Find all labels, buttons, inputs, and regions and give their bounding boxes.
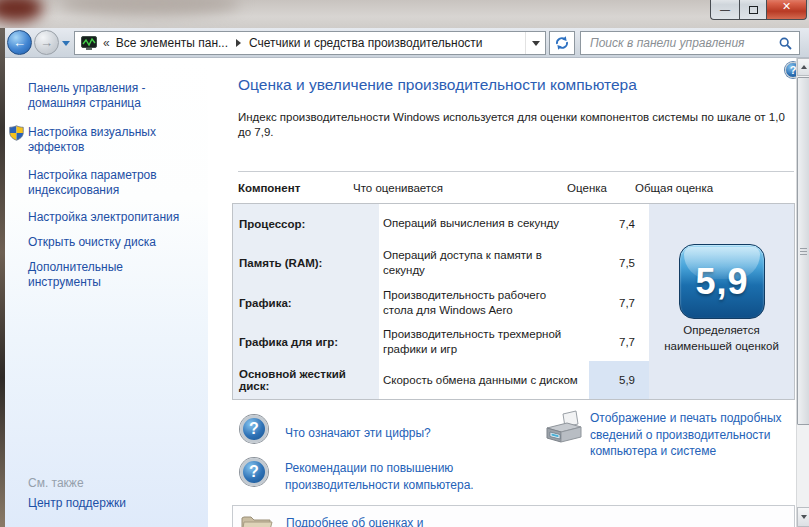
sidebar-item-visual-effects[interactable]: Настройка визуальных эффектов bbox=[28, 125, 196, 155]
search-placeholder: Поиск в панели управления bbox=[590, 36, 745, 50]
sidebar-item-indexing-options[interactable]: Настройка параметров индексирования bbox=[28, 168, 196, 198]
navigation-toolbar: ← → « Все элементы пан... Счетчики и сре… bbox=[0, 28, 809, 58]
intro-text: Индекс производительности Windows исполь… bbox=[238, 110, 788, 140]
row-component: Графика для игр: bbox=[239, 322, 379, 361]
row-component: Графика: bbox=[239, 283, 379, 322]
scrollbar-thumb[interactable] bbox=[797, 77, 809, 425]
sidebar: Панель управления - домашняя страница На… bbox=[5, 58, 208, 527]
address-bar[interactable]: « Все элементы пан... Счетчики и средств… bbox=[74, 31, 546, 55]
maximize-button[interactable] bbox=[739, 0, 767, 20]
main-content: ? Оценка и увеличение производительности… bbox=[208, 58, 796, 527]
minimize-button[interactable]: — bbox=[710, 0, 739, 20]
column-header-overall: Общая оценка bbox=[635, 182, 713, 194]
back-button[interactable]: ← bbox=[7, 30, 32, 55]
row-measured: Скорость обмена данными с диском bbox=[383, 361, 579, 399]
breadcrumb-separator-icon bbox=[236, 39, 241, 47]
thumb-grip-icon bbox=[800, 248, 807, 249]
thumb-grip-icon bbox=[800, 251, 807, 252]
learn-more-panel: Подробнее об оценках и bbox=[232, 505, 795, 527]
folder-icon bbox=[241, 512, 273, 527]
sidebar-item-action-center[interactable]: Центр поддержки bbox=[28, 496, 196, 511]
table-row: Процессор: Операций вычисления в секунду… bbox=[233, 204, 794, 243]
learn-more-link[interactable]: Подробнее об оценках и bbox=[286, 515, 423, 527]
scroll-up-button[interactable] bbox=[797, 58, 809, 76]
base-score-badge: 5,9 bbox=[679, 244, 765, 319]
row-score: 7,7 bbox=[589, 283, 649, 322]
print-details-link[interactable]: Отображение и печать подробных сведений … bbox=[590, 410, 802, 460]
maximize-icon bbox=[749, 6, 758, 14]
row-score: 7,5 bbox=[589, 243, 649, 282]
search-icon[interactable] bbox=[779, 37, 792, 50]
base-score-caption: Определяется наименьшей оценкой bbox=[649, 322, 794, 354]
see-also-header: См. также bbox=[28, 476, 84, 490]
refresh-button[interactable] bbox=[549, 31, 575, 55]
question-mark-icon: ? bbox=[249, 420, 259, 438]
breadcrumb-current[interactable]: Счетчики и средства производительности bbox=[249, 36, 482, 50]
chevron-down-icon bbox=[532, 41, 540, 46]
help-circle-icon: ? bbox=[240, 458, 268, 486]
sidebar-item-advanced-tools[interactable]: Дополнительные инструменты bbox=[28, 260, 143, 290]
forward-button[interactable]: → bbox=[34, 30, 59, 55]
performance-monitor-icon bbox=[81, 36, 97, 50]
window-controls: — ✕ bbox=[710, 0, 807, 20]
score-table: Процессор: Операций вычисления в секунду… bbox=[232, 203, 795, 400]
table-row: Основной жесткий диск: Скорость обмена д… bbox=[233, 361, 794, 399]
minimize-icon: — bbox=[720, 4, 730, 15]
row-score: 7,7 bbox=[589, 322, 649, 361]
row-measured: Производительность трехмерной графики и … bbox=[383, 322, 579, 361]
refresh-icon bbox=[554, 35, 570, 51]
back-arrow-icon: ← bbox=[13, 35, 26, 50]
chevron-down-icon bbox=[801, 515, 807, 519]
column-header-measured: Что оценивается bbox=[353, 182, 443, 194]
chevron-up-icon bbox=[801, 65, 807, 69]
forward-arrow-icon: → bbox=[40, 35, 53, 50]
help-circle-icon: ? bbox=[240, 415, 268, 443]
row-measured: Производительность рабочего стола для Wi… bbox=[383, 283, 579, 322]
desktop-blur-decoration bbox=[0, 0, 43, 22]
what-numbers-mean-link[interactable]: Что означают эти цифры? bbox=[285, 425, 431, 442]
row-measured: Операций доступа к памяти в секунду bbox=[383, 243, 579, 282]
scroll-down-button[interactable] bbox=[797, 507, 809, 527]
row-score-highlighted: 5,9 bbox=[589, 361, 649, 399]
control-panel-window: — ✕ ← → « Все элементы пан... Счетчики и… bbox=[0, 0, 809, 527]
performance-tips-link[interactable]: Рекомендации по повышению производительн… bbox=[285, 460, 520, 493]
badge-gloss bbox=[684, 247, 760, 279]
sidebar-item-disk-cleanup[interactable]: Открыть очистку диска bbox=[28, 235, 208, 250]
printer-icon bbox=[543, 410, 585, 448]
row-component: Основной жесткий диск: bbox=[239, 361, 379, 399]
section-divider bbox=[238, 171, 794, 172]
search-box[interactable]: Поиск в панели управления bbox=[580, 31, 800, 55]
breadcrumb-overflow-chevron[interactable]: « bbox=[103, 36, 110, 50]
row-measured: Операций вычисления в секунду bbox=[383, 204, 579, 243]
close-icon: ✕ bbox=[782, 0, 791, 13]
sidebar-item-control-panel-home[interactable]: Панель управления - домашняя страница bbox=[28, 81, 196, 111]
question-mark-icon: ? bbox=[249, 463, 259, 481]
breadcrumb-root[interactable]: Все элементы пан... bbox=[116, 36, 228, 50]
row-component: Память (RAM): bbox=[239, 243, 379, 282]
uac-shield-icon bbox=[9, 125, 24, 141]
title-bar: — ✕ bbox=[0, 0, 809, 28]
chevron-down-icon bbox=[62, 41, 70, 46]
row-score: 7,4 bbox=[589, 204, 649, 243]
close-button[interactable]: ✕ bbox=[767, 0, 807, 20]
sidebar-item-power-settings[interactable]: Настройка электропитания bbox=[28, 210, 208, 225]
row-component: Процессор: bbox=[239, 204, 379, 243]
address-dropdown-button[interactable] bbox=[525, 32, 545, 54]
desktop-blur-decoration bbox=[60, 0, 240, 16]
thumb-grip-icon bbox=[800, 254, 807, 255]
column-header-score: Оценка bbox=[560, 182, 614, 194]
recent-pages-dropdown[interactable] bbox=[62, 41, 70, 46]
page-title: Оценка и увеличение производительности к… bbox=[238, 76, 637, 94]
column-header-component: Компонент bbox=[238, 182, 300, 194]
vertical-scrollbar[interactable] bbox=[796, 58, 809, 527]
